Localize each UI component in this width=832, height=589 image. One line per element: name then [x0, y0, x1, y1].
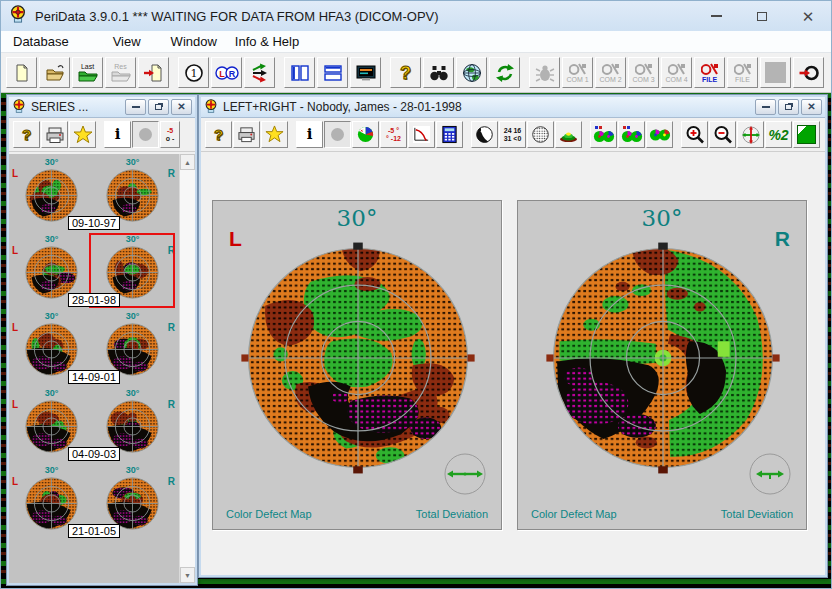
network-button[interactable]	[456, 57, 487, 88]
exam-pattern-button[interactable]	[527, 121, 554, 148]
exam-calculator-button[interactable]	[436, 121, 463, 148]
angle-label: 30°	[126, 388, 140, 398]
scroll-up-button[interactable]: ▲	[180, 154, 195, 170]
exam-curve-button[interactable]	[408, 121, 435, 148]
series-favorite-button[interactable]	[69, 121, 96, 148]
menu-bar: Database View Window Info & Help	[1, 31, 831, 53]
series-row-4[interactable]: 30° 30° L R 04-09-03	[9, 388, 179, 462]
terminal-button[interactable]	[350, 57, 381, 88]
right-eye-panel: 30° R Color Defect Map Total Deviation	[517, 200, 807, 530]
transfer-arrows-button[interactable]	[244, 57, 275, 88]
exam-values-button[interactable]: -5 °° -12	[380, 121, 407, 148]
file-source-active-button[interactable]: FILE	[694, 57, 725, 88]
exam-date-label[interactable]: 14-09-01	[68, 370, 120, 384]
new-exam-button[interactable]	[6, 57, 37, 88]
map-type-label: Color Defect Map	[226, 508, 312, 520]
close-button[interactable]: ✕	[785, 1, 831, 31]
scroll-down-button[interactable]: ▼	[180, 567, 195, 583]
left-eye-label: L	[12, 245, 18, 256]
menu-view[interactable]: View	[105, 32, 149, 51]
horizontal-split-icon	[323, 63, 343, 83]
series-minimize-button[interactable]	[125, 99, 146, 115]
menu-window[interactable]: Window	[163, 32, 225, 51]
exam-favorite-button[interactable]	[261, 121, 288, 148]
com3-button[interactable]: COM 3	[628, 57, 659, 88]
exam-half-percent-button[interactable]: %2	[765, 121, 792, 148]
series-title-bar[interactable]: SERIES ... ✕	[9, 97, 195, 118]
series-help-button[interactable]: ?	[13, 121, 40, 148]
exam-pan-button[interactable]	[737, 121, 764, 148]
menu-info-help[interactable]: Info & Help	[227, 32, 307, 51]
exam-compare-1-button[interactable]	[590, 121, 617, 148]
import-exam-button[interactable]	[138, 57, 169, 88]
com2-button[interactable]: COM 2	[595, 57, 626, 88]
close-icon: ✕	[807, 102, 815, 112]
series-info-button[interactable]: i	[104, 121, 131, 148]
exam-colormap-button[interactable]	[352, 121, 379, 148]
series-graymap-button[interactable]	[132, 121, 159, 148]
maximize-button[interactable]	[739, 1, 785, 31]
deviation-type-label: Total Deviation	[721, 508, 793, 520]
exam-restore-button[interactable]	[778, 99, 799, 115]
blank-device-button[interactable]	[760, 57, 791, 88]
series-row-5[interactable]: 30° 30° L R 21-01-05	[9, 465, 179, 539]
title-bar[interactable]: PeriData 3.9.0.1 *** WAITING FOR DATA FR…	[1, 1, 831, 31]
exam-fullfield-button[interactable]	[793, 121, 820, 148]
menu-database[interactable]: Database	[5, 32, 77, 51]
left-right-view-button[interactable]: LR	[211, 57, 242, 88]
device-bug-button[interactable]	[529, 57, 560, 88]
file-source-inactive-button[interactable]: FILE	[727, 57, 758, 88]
series-row-1[interactable]: 30° 30° L R 09-10-97	[9, 157, 179, 231]
series-values-button[interactable]: -5o -	[160, 121, 180, 148]
com3-label: COM 3	[632, 76, 654, 83]
zoom-in-icon	[685, 125, 705, 145]
left-field-map	[239, 239, 477, 477]
exam-zoom-out-button[interactable]	[709, 121, 736, 148]
horizontal-split-button[interactable]	[317, 57, 348, 88]
half-percent-icon: %2	[768, 128, 788, 142]
refresh-button[interactable]	[489, 57, 520, 88]
com1-button[interactable]: COM 1	[562, 57, 593, 88]
exam-minimize-button[interactable]	[755, 99, 776, 115]
angle-label: 30°	[518, 205, 806, 231]
series-scrollbar[interactable]: ▲ ▼	[179, 154, 195, 583]
exam-date-label[interactable]: 21-01-05	[68, 524, 120, 538]
exit-connection-button[interactable]	[793, 57, 824, 88]
series-logo-icon	[12, 99, 26, 116]
top-toolbar: Last Res 1 LR ? COM 1 COM 2 COM 3 COM 4 …	[1, 53, 831, 93]
res-exam-button[interactable]: Res	[105, 57, 136, 88]
exam-close-button[interactable]: ✕	[801, 99, 822, 115]
help-button[interactable]: ?	[390, 57, 421, 88]
single-exam-view-button[interactable]: 1	[178, 57, 209, 88]
exam-date-label[interactable]: 28-01-98	[68, 293, 120, 307]
exam-indices-button[interactable]: 24 1631 <0	[499, 121, 526, 148]
exam-date-label[interactable]: 04-09-03	[68, 447, 120, 461]
minimize-button[interactable]	[693, 1, 739, 31]
close-icon: ✕	[802, 9, 815, 24]
series-row-2[interactable]: 30° 30° L R 28-01-98	[9, 234, 179, 308]
series-restore-button[interactable]	[148, 99, 169, 115]
exam-eye-map-button[interactable]	[471, 121, 498, 148]
exam-hill-button[interactable]	[555, 121, 582, 148]
vertical-split-button[interactable]	[284, 57, 315, 88]
mdi-area: SERIES ... ✕ ? i -5o -	[1, 93, 831, 588]
exam-date-label[interactable]: 09-10-97	[68, 216, 120, 230]
left-eye-label: L	[12, 399, 18, 410]
values-icon-bottom: o -	[166, 135, 175, 143]
exam-info-button[interactable]: i	[296, 121, 323, 148]
last-exam-button[interactable]: Last	[72, 57, 103, 88]
exam-zoom-in-button[interactable]	[681, 121, 708, 148]
exam-compare-3-button[interactable]	[646, 121, 673, 148]
com4-button[interactable]: COM 4	[661, 57, 692, 88]
series-close-button[interactable]: ✕	[171, 99, 192, 115]
last-label: Last	[81, 63, 94, 70]
series-print-button[interactable]	[41, 121, 68, 148]
series-row-3[interactable]: 30° 30° L R 14-09-01	[9, 311, 179, 385]
open-exam-button[interactable]	[39, 57, 70, 88]
exam-compare-2-button[interactable]	[618, 121, 645, 148]
exam-print-button[interactable]	[233, 121, 260, 148]
search-button[interactable]	[423, 57, 454, 88]
exam-title-bar[interactable]: LEFT+RIGHT - Nobody, James - 28-01-1998 …	[201, 97, 825, 118]
exam-help-button[interactable]: ?	[205, 121, 232, 148]
exam-graymap-button[interactable]	[324, 121, 351, 148]
